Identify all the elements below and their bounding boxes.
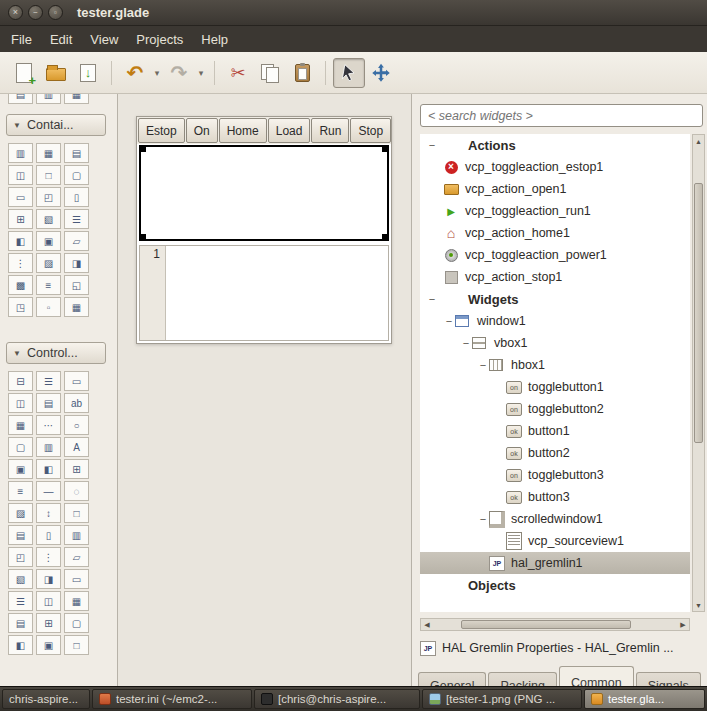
palette-widget-icon[interactable]: ▢ xyxy=(64,613,89,633)
paste-button[interactable] xyxy=(286,58,318,88)
palette-widget-icon[interactable]: ◫ xyxy=(8,165,33,185)
palette-widget-icon[interactable]: □ xyxy=(64,635,89,655)
collapse-icon[interactable] xyxy=(426,293,438,305)
tree-row-vbox1[interactable]: vbox1 xyxy=(420,332,690,354)
menu-projects[interactable]: Projects xyxy=(127,28,192,51)
palette-widget-icon[interactable]: ▨ xyxy=(8,503,33,523)
tree-row-button2[interactable]: button2 xyxy=(420,442,690,464)
drag-resize-tool-button[interactable] xyxy=(365,58,397,88)
palette-widget-icon[interactable]: ◳ xyxy=(8,297,33,317)
palette-widget-icon[interactable]: ▦ xyxy=(64,297,89,317)
designed-togglebutton-on[interactable]: On xyxy=(186,118,218,143)
palette-widget-icon[interactable]: ≡ xyxy=(8,481,33,501)
tree-group-objects[interactable]: Objects xyxy=(420,574,690,596)
palette-widget-icon[interactable]: ☰ xyxy=(36,371,61,391)
undo-menu-button[interactable]: ▾ xyxy=(151,58,163,88)
new-project-button[interactable]: + xyxy=(8,58,40,88)
design-canvas[interactable]: Estop On Home Load Run Stop 1 xyxy=(118,94,412,686)
menu-view[interactable]: View xyxy=(81,28,127,51)
palette-widget-icon[interactable]: ▢ xyxy=(8,437,33,457)
palette-widget-icon[interactable]: ▣ xyxy=(36,635,61,655)
palette-widget-icon[interactable]: ▩ xyxy=(8,275,33,295)
palette-widget-icon[interactable]: ▧ xyxy=(8,569,33,589)
tree-vertical-scrollbar[interactable]: ▲ ▼ xyxy=(692,134,705,612)
menu-file[interactable]: File xyxy=(2,28,41,51)
tree-row-togglebutton1[interactable]: togglebutton1 xyxy=(420,376,690,398)
designed-hal-gremlin-selected[interactable] xyxy=(139,145,389,241)
palette-widget-icon[interactable]: ⊟ xyxy=(8,371,33,391)
horizontal-scroll-thumb[interactable] xyxy=(461,620,631,629)
tab-signals[interactable]: Signals xyxy=(636,672,701,686)
palette-widget-icon[interactable]: ≡ xyxy=(36,275,61,295)
palette-widget-icon[interactable]: ⊞ xyxy=(8,209,33,229)
menu-edit[interactable]: Edit xyxy=(41,28,81,51)
tree-group-actions[interactable]: Actions xyxy=(420,134,690,156)
titlebar[interactable]: tester.glade xyxy=(0,0,707,26)
designed-sourceview[interactable]: 1 xyxy=(139,245,389,341)
widget-tree[interactable]: Actions vcp_toggleaction_estop1 vcp_acti… xyxy=(420,134,690,612)
palette-widget-icon[interactable]: ▧ xyxy=(36,209,61,229)
taskbar-item-image-viewer[interactable]: [tester-1.png (PNG ... xyxy=(422,689,582,709)
palette-widget-icon[interactable]: ▯ xyxy=(64,187,89,207)
palette-widget-icon[interactable]: ▨ xyxy=(36,253,61,273)
palette-widget-icon[interactable]: ☰ xyxy=(8,591,33,611)
taskbar-item-tester-ini[interactable]: tester.ini (~/emc2-... xyxy=(92,689,252,709)
collapse-icon[interactable] xyxy=(426,139,438,151)
scroll-up-icon[interactable]: ▲ xyxy=(693,135,704,147)
taskbar-item-terminal[interactable]: [chris@chris-aspire... xyxy=(254,689,420,709)
palette-widget-icon[interactable]: □ xyxy=(64,503,89,523)
designed-window1[interactable]: Estop On Home Load Run Stop 1 xyxy=(136,116,392,344)
open-project-button[interactable] xyxy=(40,58,72,88)
palette-widget-icon[interactable]: ▣ xyxy=(8,459,33,479)
palette-widget-icon[interactable]: ▭ xyxy=(8,187,33,207)
palette-widget-icon[interactable]: ▭ xyxy=(64,371,89,391)
palette-widget-icon[interactable]: ◫ xyxy=(36,591,61,611)
palette-widget-icon[interactable]: — xyxy=(36,481,61,501)
palette-widget-icon[interactable]: ▱ xyxy=(64,547,89,567)
tree-row-button3[interactable]: button3 xyxy=(420,486,690,508)
palette-widget-icon[interactable]: ▣ xyxy=(36,231,61,251)
palette-widget-icon[interactable]: ◧ xyxy=(8,231,33,251)
tree-group-widgets[interactable]: Widgets xyxy=(420,288,690,310)
palette-widget-icon[interactable]: ⋮ xyxy=(8,253,33,273)
designed-button-stop[interactable]: Stop xyxy=(350,118,391,143)
tree-row-hbox1[interactable]: hbox1 xyxy=(420,354,690,376)
palette-widget-icon[interactable]: ▦ xyxy=(36,143,61,163)
palette-widget-icon[interactable]: ▤ xyxy=(36,393,61,413)
tab-general[interactable]: General xyxy=(418,672,486,686)
palette-widget-icon[interactable]: □ xyxy=(36,165,61,185)
palette-widget-icon[interactable]: ⋯ xyxy=(36,415,61,435)
palette-widget-icon[interactable]: ◰ xyxy=(8,547,33,567)
designed-button-home[interactable]: Home xyxy=(219,118,267,143)
palette-widget-icon[interactable]: ▯ xyxy=(36,525,61,545)
palette-widget-icon[interactable]: A xyxy=(64,437,89,457)
palette-widget-icon[interactable]: ▤ xyxy=(8,94,33,104)
designed-button-load[interactable]: Load xyxy=(268,118,311,143)
sourceview-text-area[interactable] xyxy=(166,246,388,340)
palette-widget-icon[interactable]: ☰ xyxy=(64,209,89,229)
collapse-icon[interactable] xyxy=(443,315,455,327)
palette-widget-icon[interactable]: ◨ xyxy=(36,569,61,589)
palette-widget-icon[interactable]: ▭ xyxy=(64,569,89,589)
palette-section-controls[interactable]: Control... xyxy=(6,342,106,364)
selection-handle[interactable] xyxy=(382,234,389,241)
selection-handle[interactable] xyxy=(382,145,389,152)
tab-packing[interactable]: Packing xyxy=(488,672,556,686)
selection-handle[interactable] xyxy=(139,234,146,241)
designed-hbox1[interactable]: Estop On Home Load Run Stop xyxy=(137,117,391,144)
palette-widget-icon[interactable]: ▤ xyxy=(64,143,89,163)
tab-common[interactable]: Common xyxy=(559,666,634,686)
palette-widget-icon[interactable]: ◌ xyxy=(64,481,89,501)
collapse-icon[interactable] xyxy=(477,359,489,371)
copy-button[interactable] xyxy=(254,58,286,88)
palette-widget-icon[interactable]: ◨ xyxy=(64,253,89,273)
palette-widget-icon[interactable]: ⊞ xyxy=(64,459,89,479)
palette-widget-icon[interactable]: ▥ xyxy=(36,94,61,104)
tree-row-window1[interactable]: window1 xyxy=(420,310,690,332)
palette-section-containers[interactable]: Contai... xyxy=(6,114,106,136)
selector-tool-button[interactable] xyxy=(333,58,365,88)
palette-widget-icon[interactable]: ▦ xyxy=(8,415,33,435)
tree-row-estop1[interactable]: vcp_toggleaction_estop1 xyxy=(420,156,690,178)
taskbar-item-chris-aspire[interactable]: chris-aspire... xyxy=(2,689,90,709)
taskbar-item-glade-active[interactable]: tester.gla... xyxy=(584,689,705,709)
